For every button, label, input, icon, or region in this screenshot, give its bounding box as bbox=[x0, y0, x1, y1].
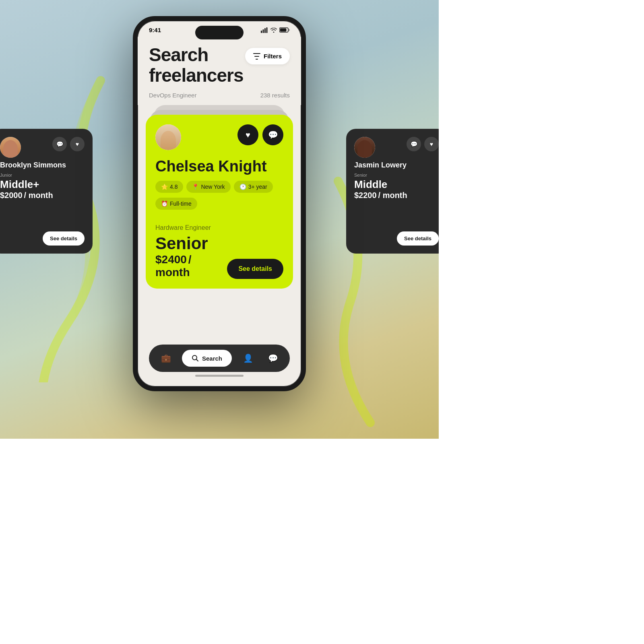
phone-frame-wrapper: 9:41 bbox=[133, 16, 306, 391]
messages-icon: 💬 bbox=[268, 353, 278, 363]
featured-card-tags-row2: ⏰ Full-time bbox=[155, 198, 283, 210]
home-indicator bbox=[195, 375, 244, 377]
location-icon: 📍 bbox=[192, 184, 199, 190]
right-card-actions: 💬 ♥ bbox=[407, 137, 439, 151]
dynamic-island bbox=[195, 26, 244, 39]
card-action-buttons: ♥ 💬 bbox=[237, 124, 283, 145]
left-card-price: $2000 / month bbox=[0, 191, 85, 200]
signal-icon bbox=[261, 27, 268, 33]
left-card-like-btn[interactable]: ♥ bbox=[70, 137, 85, 151]
left-card-level: Middle+ bbox=[0, 178, 85, 191]
svg-rect-6 bbox=[280, 29, 287, 32]
battery-icon bbox=[279, 27, 290, 33]
nav-profile-button[interactable]: 👤 bbox=[239, 349, 257, 367]
right-card-price: $2200 / month bbox=[354, 191, 439, 200]
phone-frame: 9:41 bbox=[133, 16, 306, 391]
left-card-see-details-button[interactable]: See details bbox=[43, 231, 85, 246]
search-query: DevOps Engineer bbox=[149, 92, 196, 99]
filters-icon bbox=[253, 53, 260, 60]
nav-messages-button[interactable]: 💬 bbox=[264, 349, 282, 367]
left-card-actions: 💬 ♥ bbox=[52, 137, 85, 151]
briefcase-icon: 💼 bbox=[161, 353, 171, 363]
right-card-message-btn[interactable]: 💬 bbox=[407, 137, 421, 151]
left-card-message-btn[interactable]: 💬 bbox=[52, 137, 67, 151]
time-icon: ⏰ bbox=[161, 200, 168, 207]
right-card-name: Jasmin Lowery bbox=[354, 161, 439, 169]
profile-icon: 👤 bbox=[243, 353, 253, 363]
left-card-name: Brooklyn Simmons bbox=[0, 161, 85, 169]
svg-rect-5 bbox=[289, 29, 290, 31]
right-card-avatar bbox=[354, 137, 375, 158]
nav-search-label: Search bbox=[202, 355, 222, 362]
rating-tag: ⭐ 4.8 bbox=[155, 181, 183, 193]
nav-search-button[interactable]: Search bbox=[182, 350, 232, 367]
card-top-row: ♥ 💬 bbox=[155, 124, 283, 150]
filters-button[interactable]: Filters bbox=[245, 48, 290, 64]
location-tag: 📍 New York bbox=[186, 181, 230, 193]
svg-rect-0 bbox=[261, 31, 262, 33]
featured-card-price: $2400 / month bbox=[155, 253, 227, 279]
wifi-icon bbox=[270, 28, 277, 33]
right-card-level: Middle bbox=[354, 178, 439, 191]
featured-card: ♥ 💬 Chelsea Knight ⭐ 4.8 bbox=[146, 115, 293, 289]
featured-card-name: Chelsea Knight bbox=[155, 158, 283, 175]
status-time: 9:41 bbox=[149, 27, 161, 33]
svg-rect-1 bbox=[263, 29, 264, 33]
svg-rect-3 bbox=[266, 27, 268, 33]
featured-card-tags: ⭐ 4.8 📍 New York 🕐 3+ year bbox=[155, 181, 283, 193]
featured-card-role: Hardware Engineer bbox=[155, 224, 283, 231]
left-card: 💬 ♥ Brooklyn Simmons Junior Middle+ $200… bbox=[0, 129, 93, 254]
bottom-nav: 💼 Search 👤 💬 bbox=[149, 345, 290, 372]
right-card-see-details-button[interactable]: See details bbox=[397, 231, 439, 246]
right-card: 💬 ♥ Jasmin Lowery Senior Middle $2200 / … bbox=[346, 129, 439, 254]
svg-rect-2 bbox=[264, 28, 266, 33]
header: Search freelancers Filters DevOps Engine… bbox=[138, 37, 301, 105]
star-icon: ⭐ bbox=[161, 184, 168, 190]
status-icons bbox=[261, 27, 290, 33]
featured-card-like-button[interactable]: ♥ bbox=[237, 124, 258, 145]
left-card-avatar bbox=[0, 137, 21, 158]
left-card-level-label: Junior bbox=[0, 173, 85, 178]
phone-content: Search freelancers Filters DevOps Engine… bbox=[138, 37, 301, 380]
search-meta: DevOps Engineer 238 results bbox=[149, 92, 290, 99]
card-bottom-row: Senior $2400 / month See details bbox=[155, 234, 283, 279]
card-stack: ♥ 💬 Chelsea Knight ⭐ 4.8 bbox=[146, 105, 293, 314]
right-card-level-label: Senior bbox=[354, 173, 439, 178]
featured-card-message-button[interactable]: 💬 bbox=[262, 124, 283, 145]
search-icon bbox=[192, 355, 199, 362]
worktype-tag: ⏰ Full-time bbox=[155, 198, 197, 210]
right-card-like-btn[interactable]: ♥ bbox=[424, 137, 439, 151]
experience-tag: 🕐 3+ year bbox=[234, 181, 273, 193]
clock-icon: 🕐 bbox=[239, 184, 246, 190]
page-title: Search freelancers bbox=[149, 45, 244, 85]
nav-briefcase-button[interactable]: 💼 bbox=[157, 349, 175, 367]
featured-card-level: Senior bbox=[155, 234, 227, 253]
results-count: 238 results bbox=[260, 92, 290, 99]
featured-card-avatar bbox=[155, 124, 181, 150]
card-level-price: Senior $2400 / month bbox=[155, 234, 227, 279]
header-row: Search freelancers Filters bbox=[149, 45, 290, 85]
featured-card-see-details-button[interactable]: See details bbox=[227, 259, 283, 279]
